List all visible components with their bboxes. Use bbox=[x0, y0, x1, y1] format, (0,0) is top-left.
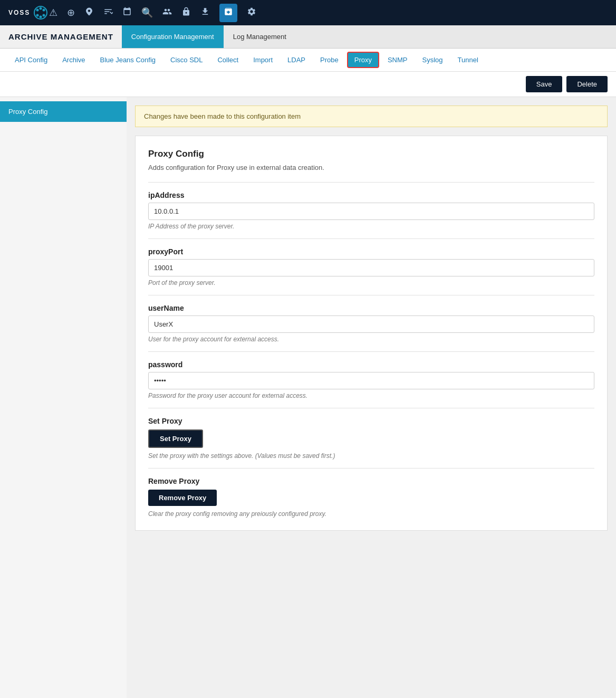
sub-nav-tab-collect[interactable]: Collect bbox=[211, 53, 245, 67]
divider-2 bbox=[148, 238, 594, 239]
form-card: Proxy Config Adds configuration for Prox… bbox=[135, 136, 608, 531]
proxy-port-input[interactable] bbox=[148, 259, 594, 276]
voss-logo: VOSS bbox=[8, 4, 49, 21]
field-label-username: userName bbox=[148, 304, 594, 312]
search-icon[interactable]: 🔍 bbox=[141, 7, 153, 18]
logo-icon bbox=[32, 4, 49, 21]
archive-icon[interactable] bbox=[219, 4, 237, 22]
warning-icon[interactable]: ⚠ bbox=[49, 7, 57, 18]
divider-4 bbox=[148, 351, 594, 352]
svg-point-2 bbox=[43, 9, 45, 12]
username-input[interactable] bbox=[148, 315, 594, 333]
divider-5 bbox=[148, 408, 594, 408]
top-nav: VOSS ⚠ ⊕ 🔍 bbox=[0, 0, 616, 25]
field-label-ip-address: ipAddress bbox=[148, 191, 594, 199]
sub-nav-tab-archive[interactable]: Archive bbox=[56, 53, 91, 67]
save-button[interactable]: Save bbox=[526, 76, 563, 92]
svg-point-1 bbox=[40, 7, 42, 10]
field-hint-password: Password for the proxy user account for … bbox=[148, 392, 594, 399]
remove-proxy-label: Remove Proxy bbox=[148, 477, 594, 485]
globe-icon[interactable]: ⊕ bbox=[67, 7, 75, 18]
field-hint-proxy-port: Port of the proxy server. bbox=[148, 279, 594, 286]
tab-configuration-management[interactable]: Configuration Management bbox=[122, 25, 224, 48]
field-group-proxy-port: proxyPort Port of the proxy server. bbox=[148, 247, 594, 286]
sub-nav-tab-snmp[interactable]: SNMP bbox=[381, 53, 414, 67]
divider-3 bbox=[148, 295, 594, 295]
field-hint-username: User for the proxy account for external … bbox=[148, 336, 594, 343]
svg-point-3 bbox=[43, 14, 45, 17]
remove-proxy-hint: Clear the proxy config removing any prei… bbox=[148, 510, 594, 518]
sliders-icon[interactable] bbox=[103, 7, 113, 19]
field-label-password: password bbox=[148, 360, 594, 369]
sub-nav-tab-blue-jeans[interactable]: Blue Jeans Config bbox=[94, 53, 162, 67]
sub-nav-tab-api-config[interactable]: API Config bbox=[8, 53, 54, 67]
svg-point-5 bbox=[36, 14, 39, 17]
delete-button[interactable]: Delete bbox=[566, 76, 608, 92]
rocket-icon[interactable] bbox=[84, 7, 94, 19]
sub-nav: API Config Archive Blue Jeans Config Cis… bbox=[0, 49, 616, 72]
divider-1 bbox=[148, 182, 594, 183]
remove-proxy-button[interactable]: Remove Proxy bbox=[148, 490, 217, 506]
sidebar-item-proxy-config[interactable]: Proxy Config bbox=[0, 101, 127, 122]
set-proxy-section: Set Proxy Set Proxy Set the proxy with t… bbox=[148, 417, 594, 460]
second-nav: ARCHIVE MANAGEMENT Configuration Managem… bbox=[0, 25, 616, 49]
settings-icon[interactable] bbox=[247, 7, 256, 19]
set-proxy-hint: Set the proxy with the settings above. (… bbox=[148, 452, 594, 460]
sub-nav-tab-probe[interactable]: Probe bbox=[314, 53, 345, 67]
field-group-ip-address: ipAddress IP Address of the proxy server… bbox=[148, 191, 594, 230]
top-nav-icons: ⚠ ⊕ 🔍 bbox=[49, 4, 608, 22]
field-hint-ip-address: IP Address of the proxy server. bbox=[148, 223, 594, 230]
sub-nav-tab-ldap[interactable]: LDAP bbox=[281, 53, 312, 67]
logo-text: VOSS bbox=[8, 9, 30, 16]
divider-6 bbox=[148, 468, 594, 468]
sub-nav-tab-import[interactable]: Import bbox=[247, 53, 279, 67]
ip-address-input[interactable] bbox=[148, 203, 594, 220]
field-group-password: password Password for the proxy user acc… bbox=[148, 360, 594, 399]
field-label-proxy-port: proxyPort bbox=[148, 247, 594, 256]
password-input[interactable] bbox=[148, 372, 594, 389]
svg-point-4 bbox=[40, 16, 42, 18]
sidebar: Proxy Config bbox=[0, 97, 127, 698]
form-title: Proxy Config bbox=[148, 149, 594, 159]
tab-log-management[interactable]: Log Management bbox=[224, 25, 296, 48]
second-nav-tabs: Configuration Management Log Management bbox=[122, 25, 296, 48]
download-icon[interactable] bbox=[200, 7, 210, 19]
action-bar: Save Delete bbox=[0, 72, 616, 97]
set-proxy-label: Set Proxy bbox=[148, 417, 594, 425]
sub-nav-tab-cisco-sdl[interactable]: Cisco SDL bbox=[164, 53, 209, 67]
form-area: Changes have been made to this configura… bbox=[127, 97, 616, 698]
form-subtitle: Adds configuration for Proxy use in exte… bbox=[148, 164, 594, 171]
calendar-icon[interactable] bbox=[122, 7, 132, 19]
set-proxy-button[interactable]: Set Proxy bbox=[148, 429, 203, 448]
sub-nav-tab-tunnel[interactable]: Tunnel bbox=[451, 53, 485, 67]
main-content: Proxy Config Changes have been made to t… bbox=[0, 97, 616, 698]
remove-proxy-section: Remove Proxy Remove Proxy Clear the prox… bbox=[148, 477, 594, 518]
field-group-username: userName User for the proxy account for … bbox=[148, 304, 594, 343]
app-title: ARCHIVE MANAGEMENT bbox=[0, 25, 122, 48]
users-icon[interactable] bbox=[162, 7, 172, 19]
sub-nav-tab-syslog[interactable]: Syslog bbox=[416, 53, 449, 67]
lock-icon[interactable] bbox=[181, 7, 191, 19]
notice-banner: Changes have been made to this configura… bbox=[135, 106, 608, 127]
svg-point-6 bbox=[36, 9, 39, 12]
sub-nav-tab-proxy[interactable]: Proxy bbox=[347, 52, 379, 68]
